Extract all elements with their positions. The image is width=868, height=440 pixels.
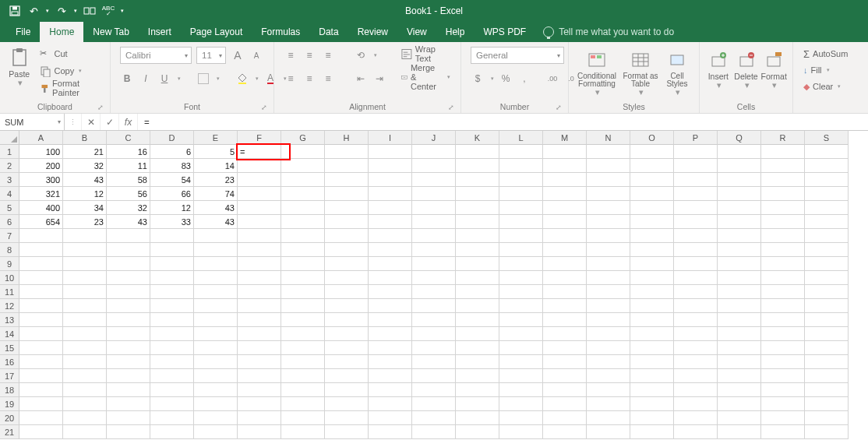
cell[interactable] xyxy=(238,313,281,327)
cell[interactable] xyxy=(718,187,761,201)
row-header[interactable]: 2 xyxy=(0,159,19,173)
cell[interactable]: 100 xyxy=(19,145,63,159)
cell[interactable] xyxy=(499,257,543,271)
cell[interactable] xyxy=(718,145,761,159)
cell[interactable] xyxy=(587,425,630,439)
tell-me-input[interactable]: Tell me what you want to do xyxy=(559,26,674,37)
column-header[interactable]: B xyxy=(63,131,107,145)
cell[interactable] xyxy=(499,369,543,383)
cell[interactable] xyxy=(718,201,761,215)
cell[interactable] xyxy=(412,201,456,215)
cell[interactable] xyxy=(107,271,150,285)
increase-indent-icon[interactable]: ⇥ xyxy=(372,72,386,86)
row-header[interactable]: 1 xyxy=(0,145,19,159)
cell[interactable] xyxy=(630,187,674,201)
cell[interactable] xyxy=(587,341,630,355)
cell[interactable] xyxy=(761,313,805,327)
cell[interactable] xyxy=(194,285,238,299)
cell[interactable] xyxy=(19,411,63,425)
cell[interactable] xyxy=(412,145,456,159)
number-launcher-icon[interactable]: ⤢ xyxy=(556,104,562,111)
cell[interactable] xyxy=(281,187,325,201)
cut-button[interactable]: ✂Cut xyxy=(37,46,102,62)
font-name-combo[interactable]: Calibri xyxy=(120,47,192,64)
insert-function-button[interactable]: fx xyxy=(119,114,138,130)
cell[interactable] xyxy=(194,369,238,383)
cell[interactable] xyxy=(805,271,849,285)
cell[interactable] xyxy=(761,327,805,341)
cell[interactable] xyxy=(805,159,849,173)
cell[interactable] xyxy=(107,313,150,327)
cell[interactable] xyxy=(761,299,805,313)
cell[interactable] xyxy=(630,425,674,439)
cell[interactable] xyxy=(456,229,499,243)
tab-insert[interactable]: Insert xyxy=(139,22,181,42)
row-header[interactable]: 16 xyxy=(0,355,19,369)
align-right-icon[interactable]: ≡ xyxy=(321,72,335,86)
cell[interactable] xyxy=(456,215,499,229)
cell[interactable] xyxy=(281,215,325,229)
enter-formula-button[interactable]: ✓ xyxy=(101,114,119,130)
cell[interactable] xyxy=(281,229,325,243)
cell[interactable] xyxy=(19,397,63,411)
cell[interactable] xyxy=(587,299,630,313)
cell[interactable] xyxy=(805,229,849,243)
cell[interactable] xyxy=(325,201,369,215)
cell[interactable] xyxy=(499,173,543,187)
cell[interactable] xyxy=(325,355,369,369)
cell[interactable] xyxy=(107,243,150,257)
merge-center-button[interactable]: Merge & Center▾ xyxy=(399,69,453,85)
clear-button[interactable]: ◆Clear▾ xyxy=(801,79,850,94)
cell[interactable] xyxy=(194,425,238,439)
underline-button[interactable]: U xyxy=(157,72,171,86)
row-header[interactable]: 10 xyxy=(0,271,19,285)
cell[interactable] xyxy=(412,187,456,201)
column-header[interactable]: I xyxy=(369,131,412,145)
cell[interactable] xyxy=(194,355,238,369)
cell[interactable] xyxy=(281,397,325,411)
cell[interactable] xyxy=(499,243,543,257)
cell[interactable] xyxy=(543,369,587,383)
cell[interactable] xyxy=(281,257,325,271)
cell[interactable] xyxy=(238,229,281,243)
cell[interactable] xyxy=(674,299,718,313)
cell[interactable]: 56 xyxy=(107,187,150,201)
cell[interactable] xyxy=(630,355,674,369)
cell[interactable] xyxy=(543,201,587,215)
cell-styles-button[interactable]: CellStyles▾ xyxy=(661,47,693,97)
cell[interactable] xyxy=(281,173,325,187)
cell[interactable] xyxy=(19,257,63,271)
cell[interactable] xyxy=(587,383,630,397)
cell[interactable] xyxy=(325,215,369,229)
cell[interactable] xyxy=(238,173,281,187)
cell[interactable] xyxy=(412,229,456,243)
fill-color-button[interactable] xyxy=(235,72,249,86)
cell[interactable]: 43 xyxy=(107,215,150,229)
cell[interactable] xyxy=(412,383,456,397)
cell[interactable] xyxy=(238,257,281,271)
cell[interactable] xyxy=(412,285,456,299)
cell[interactable] xyxy=(150,229,194,243)
increase-font-icon[interactable]: A xyxy=(231,48,245,62)
cell[interactable] xyxy=(369,411,412,425)
cell[interactable] xyxy=(543,383,587,397)
row-header[interactable]: 6 xyxy=(0,215,19,229)
cell[interactable] xyxy=(587,411,630,425)
row-header[interactable]: 21 xyxy=(0,425,19,439)
cell[interactable]: 32 xyxy=(63,159,107,173)
cell[interactable] xyxy=(281,285,325,299)
cell[interactable] xyxy=(194,299,238,313)
cell[interactable] xyxy=(805,173,849,187)
insert-cells-button[interactable]: Insert▾ xyxy=(704,47,732,90)
cell[interactable] xyxy=(238,271,281,285)
cell[interactable] xyxy=(761,341,805,355)
fill-button[interactable]: ↓Fill▾ xyxy=(801,62,850,78)
cell[interactable] xyxy=(630,327,674,341)
cell[interactable] xyxy=(499,383,543,397)
cell[interactable] xyxy=(674,243,718,257)
cell[interactable] xyxy=(194,411,238,425)
align-middle-icon[interactable]: ≡ xyxy=(302,48,316,62)
cell[interactable] xyxy=(456,201,499,215)
cell[interactable] xyxy=(718,425,761,439)
column-header[interactable]: E xyxy=(194,131,238,145)
